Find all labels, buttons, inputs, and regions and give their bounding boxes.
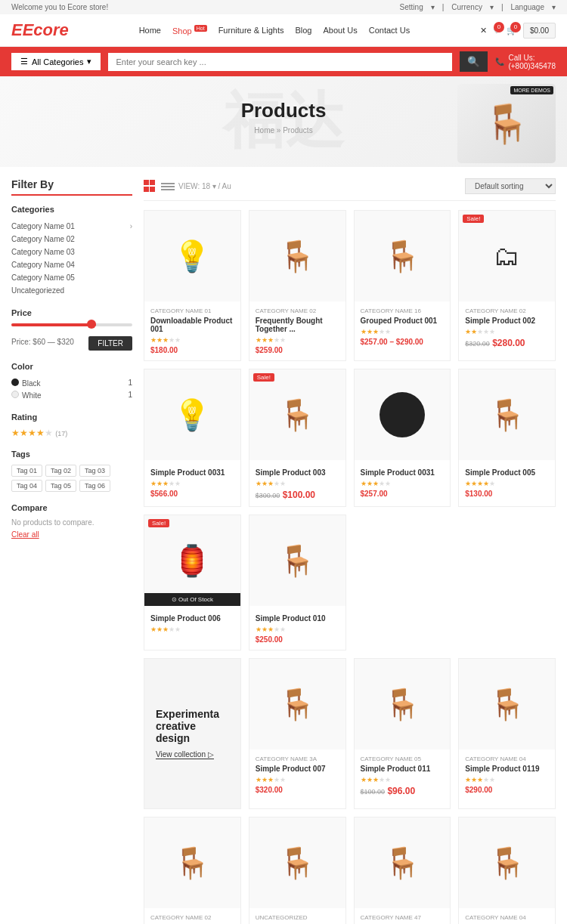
- toolbar: VIEW: 18 ▾ / Au Default sorting Price: L…: [144, 178, 556, 201]
- product-card[interactable]: 🪑 CATEGORY NAME 47 Simple Product 019 ★★…: [354, 817, 451, 924]
- product-info: UNCATEGORIZED Simple Product 015 ★★★★★ $…: [249, 908, 345, 924]
- sort-select[interactable]: Default sorting Price: Low to High Price…: [465, 178, 556, 194]
- product-image: 💡: [144, 369, 240, 460]
- category-item[interactable]: Category Name 05: [11, 271, 132, 284]
- cart-icon[interactable]: 🛒0: [507, 26, 517, 36]
- categories-button[interactable]: ☰ All Categories ▾: [11, 53, 101, 70]
- view-label: VIEW: 18 ▾ / Au: [178, 182, 231, 190]
- product-card[interactable]: ● 🪑 UNCATEGORIZED Simple Product 015 ★★★…: [249, 817, 346, 924]
- tag-02[interactable]: Tag 02: [45, 465, 76, 477]
- close-icon[interactable]: ✕: [480, 26, 487, 36]
- tag-05[interactable]: Tag 05: [45, 480, 76, 492]
- cart-total[interactable]: $0.00: [523, 23, 556, 39]
- product-card[interactable]: 🪑 CATEGORY NAME 04 Simple Product 0119 ★…: [458, 658, 556, 809]
- logo[interactable]: EEcore: [11, 20, 69, 40]
- tag-01[interactable]: Tag 01: [11, 465, 42, 477]
- product-card[interactable]: Sale! 🪑 Simple Product 003 ★★★★★ $300.00…: [249, 369, 346, 507]
- compare-section: Compare No products to compare. Clear al…: [11, 503, 132, 539]
- product-card[interactable]: 🪑 Simple Product 010 ★★★★★ $250.00: [249, 515, 346, 651]
- more-demos-badge[interactable]: MORE DEMOS: [510, 86, 553, 94]
- product-card[interactable]: 🪑 CATEGORY NAME 16 Grouped Product 001 ★…: [354, 210, 451, 361]
- product-info: CATEGORY NAME 02 Frequently Bought Toget…: [249, 301, 345, 360]
- wishlist-icon[interactable]: ♡0: [493, 26, 500, 36]
- filter-button[interactable]: FILTER: [88, 336, 132, 351]
- nav-blog[interactable]: Blog: [295, 26, 311, 36]
- category-item[interactable]: Category Name 01›: [11, 220, 132, 233]
- product-info: Simple Product 006 ★★★★★: [144, 606, 240, 641]
- price-slider[interactable]: [11, 323, 132, 326]
- page-title: Products: [11, 99, 556, 122]
- categories-label: All Categories: [32, 57, 83, 66]
- rating-section: Rating ★★★★★ (17): [11, 413, 132, 438]
- breadcrumb: Home » Products: [11, 126, 556, 134]
- product-image: 🪑: [249, 817, 345, 908]
- header-icons: ✕ ♡0 🛒0 $0.00: [480, 23, 556, 39]
- product-info: Simple Product 005 ★★★★★ $130.00: [459, 460, 555, 504]
- banner-link[interactable]: View collection ▷: [156, 750, 214, 759]
- nav-home[interactable]: Home: [139, 26, 161, 36]
- search-button[interactable]: 🔍: [460, 51, 488, 72]
- sale-badge: Sale!: [253, 373, 274, 382]
- color-black[interactable]: Black 1: [11, 377, 132, 389]
- products-area: VIEW: 18 ▾ / Au Default sorting Price: L…: [144, 178, 556, 924]
- product-image: [355, 369, 451, 460]
- product-info: CATEGORY NAME 47 Simple Product 019 ★★★★…: [355, 908, 451, 924]
- language-link[interactable]: Language: [511, 3, 545, 11]
- product-info: Simple Product 010 ★★★★★ $250.00: [249, 606, 345, 650]
- category-item[interactable]: Uncategoriezed: [11, 284, 132, 297]
- search-input[interactable]: [108, 53, 452, 71]
- setting-link[interactable]: Setting: [400, 3, 423, 11]
- clear-all-button[interactable]: Clear all: [11, 530, 132, 539]
- top-bar: Welcome you to Ecore store! Setting ▾ | …: [0, 0, 567, 14]
- product-info: CATEGORY NAME 04 Simple Product 020 ★★★★…: [459, 908, 555, 924]
- color-title: Color: [11, 362, 132, 371]
- tag-04[interactable]: Tag 04: [11, 480, 42, 492]
- product-image: 🪑: [459, 817, 555, 908]
- product-card[interactable]: 🪑 CATEGORY NAME 02 Simple Product 014 ★★…: [144, 817, 241, 924]
- tag-03[interactable]: Tag 03: [79, 465, 110, 477]
- products-grid: 💡 CATEGORY NAME 01 Downloadable Product …: [144, 210, 556, 924]
- rating-filter[interactable]: ★★★★★ (17): [11, 428, 132, 438]
- category-item[interactable]: Category Name 02: [11, 233, 132, 246]
- category-item[interactable]: Category Name 03: [11, 246, 132, 258]
- product-image: 🪑: [459, 369, 555, 460]
- color-section: Color Black 1 White 1: [11, 362, 132, 401]
- product-card[interactable]: 🪑 CATEGORY NAME 05 Simple Product 011 ★★…: [354, 658, 451, 809]
- breadcrumb-home[interactable]: Home: [254, 126, 274, 134]
- nav-contact[interactable]: Contact Us: [369, 26, 410, 36]
- product-card[interactable]: 🪑 CATEGORY NAME 02 Frequently Bought Tog…: [249, 210, 346, 361]
- product-info: CATEGORY NAME 16 Grouped Product 001 ★★★…: [355, 301, 451, 352]
- compare-title: Compare: [11, 503, 132, 512]
- breadcrumb-current: Products: [283, 126, 312, 134]
- product-card[interactable]: Sale! 🗂 CATEGORY NAME 02 Simple Product …: [458, 210, 556, 361]
- search-bar: ☰ All Categories ▾ 🔍 📞 Call Us: (+800)34…: [0, 47, 567, 76]
- product-card[interactable]: Simple Product 0031 ★★★★★ $257.00: [354, 369, 451, 507]
- categories-title: Categories: [11, 205, 132, 214]
- nav-shop[interactable]: Shop Hot: [172, 26, 207, 36]
- nav-about[interactable]: About Us: [324, 26, 358, 36]
- welcome-text: Welcome you to Ecore store!: [11, 3, 108, 11]
- out-of-stock-badge: ⊙ Out Of Stock: [144, 593, 240, 606]
- sidebar: Filter By Categories Category Name 01› C…: [11, 178, 132, 924]
- category-item[interactable]: Category Name 04: [11, 258, 132, 271]
- price-section: Price Price: $60 — $320 FILTER: [11, 308, 132, 351]
- product-card[interactable]: Sale! 🏮 ⊙ Out Of Stock Simple Product 00…: [144, 515, 241, 651]
- sale-badge: Sale!: [148, 519, 169, 527]
- product-image: 🪑: [249, 659, 345, 749]
- currency-link[interactable]: Currency: [451, 3, 482, 11]
- nav-furniture[interactable]: Furniture & Lights: [218, 26, 284, 36]
- tag-06[interactable]: Tag 06: [79, 480, 110, 492]
- product-card[interactable]: 🪑 Simple Product 005 ★★★★★ $130.00: [458, 369, 556, 507]
- price-text: Price: $60 — $320: [11, 338, 74, 346]
- menu-icon: ☰: [20, 57, 28, 66]
- product-card[interactable]: 💡 CATEGORY NAME 01 Downloadable Product …: [144, 210, 241, 361]
- list-view-icon[interactable]: [161, 183, 175, 190]
- product-card[interactable]: 🪑 CATEGORY NAME 04 Simple Product 020 ★★…: [458, 817, 556, 924]
- view-icons: VIEW: 18 ▾ / Au: [144, 180, 231, 193]
- grid-view-icon[interactable]: [144, 180, 157, 193]
- sale-badge: Sale!: [463, 215, 484, 223]
- product-card[interactable]: 💡 Simple Product 0031 ★★★★★ $566.00: [144, 369, 241, 507]
- color-white[interactable]: White 1: [11, 389, 132, 401]
- product-image: Sale! 🪑: [249, 369, 345, 460]
- product-card[interactable]: 🪑 CATEGORY NAME 3A Simple Product 007 ★★…: [249, 658, 346, 809]
